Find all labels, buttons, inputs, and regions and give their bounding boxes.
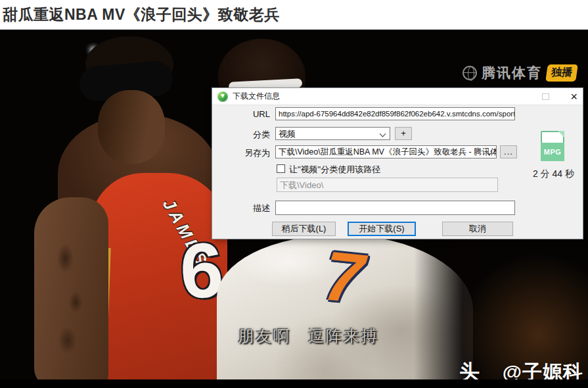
video-bottom-bar	[0, 379, 588, 388]
video-duration: 2 分 44 秒	[522, 168, 585, 180]
add-category-button[interactable]: +	[395, 127, 412, 140]
player-left-arm	[34, 197, 108, 388]
tencent-sports-watermark: 腾讯体育 独播	[463, 64, 577, 82]
exclusive-badge: 独播	[545, 64, 578, 82]
player-right-jersey-number: 7	[321, 235, 367, 318]
description-field[interactable]	[275, 201, 515, 215]
file-icon-fold	[558, 131, 564, 137]
save-as-value: 下载\Video\甜瓜重返NBA MV《浪子回头》致敬老兵 - 腾讯体育	[279, 147, 497, 157]
mpg-file-type-label: MPG	[541, 143, 564, 161]
browse-button[interactable]: ...	[500, 145, 517, 158]
maximize-button[interactable]	[542, 93, 549, 100]
download-dialog: 下载文件信息 × URL https://apd-675964dd842e82d…	[212, 87, 583, 239]
video-subtitle: 朋友啊 逗阵来搏	[238, 326, 379, 347]
description-label: 描述	[219, 203, 270, 214]
page-title: 甜瓜重返NBA MV《浪子回头》致敬老兵	[0, 0, 588, 25]
save-as-label: 另存为	[219, 147, 270, 159]
close-button[interactable]: ×	[570, 91, 577, 102]
category-label: 分类	[219, 129, 270, 141]
dialog-titlebar[interactable]: 下载文件信息 ×	[212, 88, 583, 105]
save-as-combobox[interactable]: 下载\Video\甜瓜重返NBA MV《浪子回头》致敬老兵 - 腾讯体育	[275, 145, 497, 158]
url-label: URL	[219, 109, 270, 119]
category-value: 视频	[279, 129, 296, 139]
mpg-file-icon: MPG	[541, 131, 564, 161]
dialog-title: 下载文件信息	[233, 91, 280, 102]
idm-downloader-icon	[217, 91, 228, 102]
globe-icon	[463, 66, 477, 80]
page-header: 甜瓜重返NBA MV《浪子回头》致敬老兵	[0, 0, 588, 30]
cancel-button[interactable]: 取消	[442, 222, 513, 236]
use-path-checkbox[interactable]	[277, 164, 285, 173]
chevron-down-icon	[380, 131, 386, 137]
video-player: JAMES 6 7 腾讯体育 独播 朋友啊 逗阵来搏 头条 @子嫄科技 下载文件…	[0, 30, 588, 388]
use-path-checkbox-label: 让"视频"分类使用该路径	[289, 164, 380, 176]
download-later-button[interactable]: 稍后下载(L)	[272, 222, 336, 236]
category-path-field-disabled: 下载\Video\	[277, 178, 498, 192]
category-select[interactable]: 视频	[275, 127, 390, 140]
player-left-head	[98, 90, 165, 164]
tencent-sports-label: 腾讯体育	[482, 64, 542, 82]
start-download-button[interactable]: 开始下载(S)	[348, 222, 416, 236]
url-field[interactable]: https://apd-675964dd842e82df859f862f062e…	[275, 107, 515, 120]
